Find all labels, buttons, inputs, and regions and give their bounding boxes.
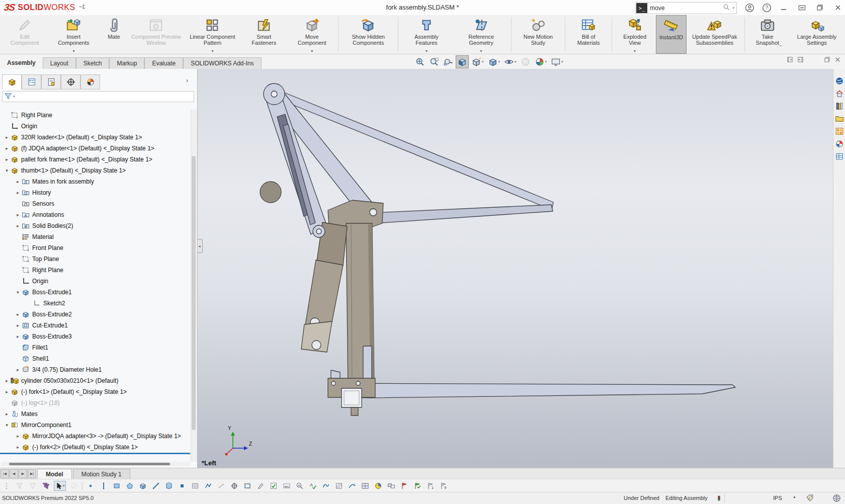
tree-item[interactable]: (-) log<1> (18) [0,397,190,408]
freeform-icon[interactable] [347,481,357,491]
filter-icon[interactable] [4,92,12,102]
tab-markup[interactable]: Markup [109,57,144,69]
tree-item[interactable]: ▾thumb<1> (Default) <_Display State 1> [0,165,190,176]
tree-item[interactable]: ▸MirrorJDQA adapter<3> -> (Default) <_Di… [0,431,190,442]
tree-vertical-scrollbar-thumb[interactable] [192,156,196,430]
globe-icon[interactable] [832,494,841,503]
large-assembly-settings-button[interactable]: Large Assembly Settings [789,15,845,54]
tab-assembly[interactable]: Assembly [0,57,43,68]
tab-scroll-last-button[interactable]: ▶| [28,469,36,478]
chevron-down-icon[interactable]: ▼ [633,49,637,53]
chevron-down-icon[interactable]: ▼ [310,49,314,53]
confirm-icon[interactable] [269,481,279,491]
show-hidden-components-button[interactable]: Show Hidden Components [340,15,396,54]
restore-document-icon[interactable] [824,56,830,64]
chevron-down-icon[interactable]: ▼ [72,49,75,53]
pin-icon[interactable] [78,3,86,12]
apply-scene-icon[interactable]: ▾ [533,55,549,68]
arrange-windows-button[interactable] [796,2,808,13]
chevron-down-icon[interactable]: ▾ [545,60,547,64]
mate-button[interactable]: Mate [100,15,128,54]
expander-icon[interactable]: ▸ [14,367,22,372]
tree-item[interactable]: ▸Boss-Extrude3 [0,331,190,342]
marker9-icon[interactable]: 9 [439,481,449,491]
edit-component-button[interactable]: Edit Component [2,15,47,54]
expander-icon[interactable]: ▸ [3,135,11,140]
expander-icon[interactable]: ▸ [14,323,22,328]
linear-component-pattern-button[interactable]: Linear Component Pattern▼ [184,15,240,54]
origin-target-icon[interactable] [229,481,239,491]
tree-item[interactable]: ▾Boss-Extrude1 [0,287,190,298]
search-dropdown-icon[interactable]: ▾ [730,6,736,10]
tree-filter-box[interactable]: ▾ [2,91,194,102]
section-view-icon[interactable] [456,55,469,68]
tree-item[interactable]: Material [0,231,190,242]
plane-grid-icon[interactable] [190,481,200,491]
assembly-features-button[interactable]: Assembly Features▼ [400,15,453,54]
compare-icon[interactable] [386,481,396,491]
taskpane-tab-custom-properties[interactable] [834,151,844,161]
edit-appearance-icon[interactable] [519,55,532,68]
tree-item[interactable]: Origin [0,121,190,132]
search-icon[interactable] [723,4,730,13]
previous-view-icon[interactable] [442,55,455,68]
chevron-down-icon[interactable]: ▼ [211,49,214,53]
point-square-icon[interactable] [177,481,187,491]
pie-icon[interactable] [373,481,383,491]
tree-item[interactable]: Right Plane [0,110,190,121]
search-input[interactable] [648,5,723,12]
tree-item[interactable]: ▸Boss-Extrude2 [0,309,190,320]
new-motion-study-button[interactable]: New Motion Study [513,15,564,54]
expander-icon[interactable]: ▸ [14,445,22,450]
update-speedpak-subassemblies-button[interactable]: Update SpeedPak Subassemblies [687,15,743,54]
restore-button[interactable] [814,2,826,13]
diagonal-line-icon[interactable] [151,481,161,491]
expander-icon[interactable]: ▸ [14,334,22,339]
expand-panel-icon[interactable]: › [186,77,188,84]
panel-tab-configurationmanager[interactable] [41,74,61,90]
tree-item[interactable]: ▸Solid Bodies(2) [0,220,190,231]
filter-dropdown-icon[interactable]: ▾ [13,95,15,99]
lasso-select-icon[interactable] [69,481,79,491]
account-icon[interactable] [743,2,755,13]
tab-solidworks-add-ins[interactable]: SOLIDWORKS Add-Ins [183,57,261,69]
taskpane-tab-threedexperience[interactable] [834,76,844,86]
insert-components-button[interactable]: Insert Components▼ [47,15,100,54]
graphics-viewport[interactable]: Y Z *Left ◂ [198,69,845,468]
chevron-down-icon[interactable]: ▼ [479,49,483,53]
view-orientation-icon[interactable]: ▾ [470,55,485,68]
bill-of-materials-button[interactable]: Bill of Materials [567,15,610,54]
panel-tab-displaymanager[interactable] [80,74,100,90]
view-settings-icon[interactable]: ▾ [549,55,565,68]
zoom-fit-icon[interactable] [413,55,427,68]
reference-geometry-button[interactable]: Reference Geometry▼ [453,15,510,54]
chevron-down-icon[interactable]: ▾ [515,60,517,64]
tree-item[interactable]: ▾MirrorComponent1 [0,419,190,431]
expander-icon[interactable]: ▸ [14,212,22,217]
tree-item[interactable]: Fillet1 [0,342,190,353]
taskpane-tab-solidworks-resources[interactable] [834,89,844,99]
tree-item[interactable]: Origin [0,276,190,287]
expander-icon[interactable]: ▸ [14,434,22,439]
collapse-left-pane-icon[interactable] [787,56,793,64]
filter-graphics-icon[interactable] [28,481,38,491]
spline-icon[interactable] [321,481,331,491]
taskpane-tab-design-library[interactable] [834,101,844,111]
expander-icon[interactable]: ▸ [14,312,22,317]
tab-sketch[interactable]: Sketch [76,57,110,69]
help-icon[interactable]: ? [760,2,773,13]
layout-rectangle-icon[interactable] [242,481,252,491]
flag-icon[interactable] [399,481,409,491]
polyline-icon[interactable] [203,481,213,491]
tree-item[interactable]: Top Plane [0,254,190,265]
tree-item[interactable]: ▸pallet fork frame<1> (Default) <_Displa… [0,154,190,165]
tab-layout[interactable]: Layout [43,57,76,69]
tree-item[interactable]: Front Plane [0,242,190,254]
tree-item[interactable]: Sensors [0,198,190,209]
expander-icon[interactable]: ▸ [3,157,11,162]
close-document-icon[interactable] [834,56,841,64]
expander-icon[interactable]: ▸ [3,411,11,416]
expander-icon[interactable]: ▸ [3,389,11,394]
expander-icon[interactable]: ▾ [3,168,11,173]
expander-icon[interactable]: ▾ [14,290,22,295]
